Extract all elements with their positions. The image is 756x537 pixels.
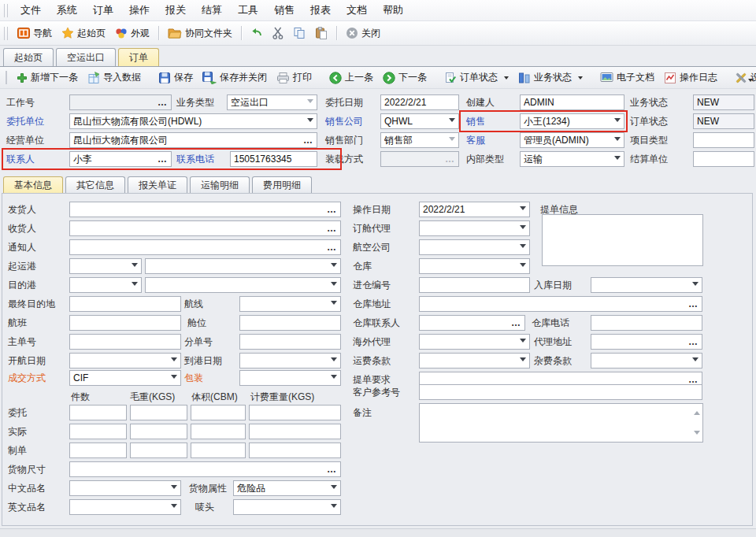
ellipsis-button[interactable]: … — [158, 97, 168, 108]
home-page-button[interactable]: 起始页 — [57, 24, 110, 43]
ellipsis-button[interactable]: … — [688, 374, 699, 385]
operation-log-button[interactable]: 操作日志 — [659, 69, 722, 87]
shared-folder-button[interactable]: 协同文件夹 — [163, 24, 237, 43]
ellipsis-button[interactable]: … — [327, 204, 337, 215]
creator-input[interactable]: ADMIN — [520, 94, 624, 110]
internal-type-combobox[interactable]: 运输 — [520, 151, 624, 167]
consignee-input[interactable]: … — [69, 220, 341, 236]
airline-combobox[interactable] — [419, 239, 530, 255]
copy-button[interactable] — [288, 24, 310, 42]
tab-transport-detail[interactable]: 运输明细 — [190, 176, 250, 194]
print-button[interactable]: 打印 — [272, 69, 317, 87]
cargo-input-docs-pieces[interactable] — [69, 443, 127, 458]
save-and-close-button[interactable]: 保存并关闭 — [198, 69, 272, 87]
cargo-size-input[interactable]: … — [69, 461, 341, 477]
flight-input[interactable] — [69, 315, 181, 331]
settlement-unit-input[interactable] — [693, 151, 754, 167]
client-combobox[interactable]: 昆山恒大物流有限公司(HDWL) — [69, 113, 317, 129]
paste-button[interactable] — [310, 24, 332, 42]
storage-date-combobox[interactable] — [591, 277, 702, 293]
cargo-attribute-combobox[interactable]: 危险品 — [233, 480, 341, 496]
menu-item-reports[interactable]: 报表 — [302, 0, 339, 20]
job-no-input[interactable]: … — [69, 94, 172, 110]
booking-agent-combobox[interactable] — [419, 220, 530, 236]
warehouse-entry-no-input[interactable] — [419, 277, 530, 293]
departure-port-code-combobox[interactable] — [69, 258, 142, 274]
shipper-input[interactable]: … — [69, 202, 341, 217]
operation-date-combobox[interactable]: 2022/2/21 — [419, 202, 530, 217]
cargo-input-entrust-gross[interactable] — [130, 405, 187, 420]
ellipsis-button[interactable]: … — [327, 242, 337, 253]
packing-combobox[interactable] — [239, 370, 341, 386]
tab-fee-detail[interactable]: 费用明细 — [252, 176, 312, 194]
close-button[interactable]: 关闭 — [341, 24, 385, 43]
customer-service-combobox[interactable]: 管理员(ADMIN) — [520, 132, 624, 148]
departure-port-combobox[interactable] — [145, 258, 341, 274]
menu-item-order[interactable]: 订单 — [85, 0, 121, 20]
master-awb-input[interactable] — [69, 334, 181, 350]
menu-item-tools[interactable]: 工具 — [230, 0, 266, 20]
misc-terms-combobox[interactable] — [591, 353, 702, 368]
notify-party-input[interactable]: … — [69, 239, 341, 255]
menu-item-operation[interactable]: 操作 — [121, 0, 158, 20]
cn-product-combobox[interactable] — [69, 480, 181, 496]
sales-combobox[interactable]: 小王(1234) — [520, 113, 624, 129]
warehouse-address-input[interactable]: … — [419, 296, 702, 312]
ellipsis-button[interactable]: … — [303, 135, 313, 146]
menu-item-customs[interactable]: 报关 — [158, 0, 194, 20]
operating-unit-input[interactable]: 昆山恒大物流有限公司… — [69, 132, 317, 148]
menu-item-settlement[interactable]: 结算 — [194, 0, 230, 20]
ellipsis-button[interactable]: … — [158, 154, 168, 165]
cargo-input-actual-chargeable[interactable] — [249, 424, 341, 439]
cargo-input-entrust-pieces[interactable] — [69, 405, 127, 420]
tab-air-export[interactable]: 空运出口 — [56, 48, 116, 66]
customer-ref-no-input[interactable] — [419, 384, 702, 400]
etd-combobox[interactable] — [69, 353, 181, 368]
menu-item-documents[interactable]: 文档 — [339, 0, 375, 20]
tab-order[interactable]: 订单 — [118, 48, 159, 66]
en-product-combobox[interactable] — [69, 499, 181, 515]
tab-home[interactable]: 起始页 — [3, 48, 54, 66]
previous-button[interactable]: 上一条 — [324, 69, 378, 87]
add-next-button[interactable]: 新增下一条 — [12, 69, 83, 87]
ellipsis-button[interactable]: … — [327, 223, 337, 234]
menu-item-system[interactable]: 系统 — [49, 0, 85, 20]
contact-input[interactable]: 小李… — [69, 151, 172, 167]
cut-button[interactable] — [268, 24, 288, 42]
destination-port-code-combobox[interactable] — [69, 277, 142, 293]
order-status-button[interactable]: 订单状态 — [439, 69, 513, 87]
house-awb-input[interactable] — [239, 334, 341, 350]
biz-type-combobox[interactable]: 空运出口 — [227, 94, 317, 110]
menu-item-file[interactable]: 文件 — [13, 0, 49, 20]
bl-info-textarea[interactable] — [542, 214, 703, 266]
consign-date-input[interactable]: 2022/2/21 — [380, 94, 459, 110]
import-data-button[interactable]: 导入数据 — [83, 69, 146, 87]
cargo-input-docs-volume[interactable] — [191, 443, 246, 458]
tab-basic-info[interactable]: 基本信息 — [3, 176, 63, 194]
ellipsis-button[interactable]: … — [688, 336, 699, 347]
warehouse-contact-input[interactable]: … — [419, 315, 525, 331]
e-document-button[interactable]: 电子文档 — [595, 69, 659, 87]
warehouse-phone-input[interactable] — [591, 315, 702, 331]
final-destination-input[interactable] — [69, 296, 181, 312]
ellipsis-button[interactable]: … — [688, 298, 699, 309]
scroll-down-icon[interactable] — [694, 431, 700, 438]
business-status-button[interactable]: 业务状态 — [513, 69, 587, 87]
ellipsis-button[interactable]: … — [327, 464, 337, 475]
next-button[interactable]: 下一条 — [378, 69, 432, 87]
cargo-input-actual-gross[interactable] — [130, 424, 187, 439]
space-input[interactable] — [239, 315, 341, 331]
freight-terms-combobox[interactable] — [419, 353, 530, 368]
cargo-input-entrust-volume[interactable] — [191, 405, 246, 420]
appearance-button[interactable]: 外观 — [110, 24, 154, 43]
destination-port-combobox[interactable] — [145, 277, 341, 293]
save-button[interactable]: 保存 — [154, 69, 198, 87]
warehouse-combobox[interactable] — [419, 258, 530, 274]
menu-item-sales[interactable]: 销售 — [266, 0, 302, 20]
shipping-marks-combobox[interactable] — [233, 499, 341, 515]
overseas-agent-combobox[interactable] — [419, 334, 530, 350]
toolbar-overflow-button[interactable] — [748, 79, 753, 84]
cargo-input-docs-gross[interactable] — [130, 443, 187, 458]
sales-dept-combobox[interactable]: 销售部 — [380, 132, 459, 148]
cargo-input-actual-pieces[interactable] — [69, 424, 127, 439]
